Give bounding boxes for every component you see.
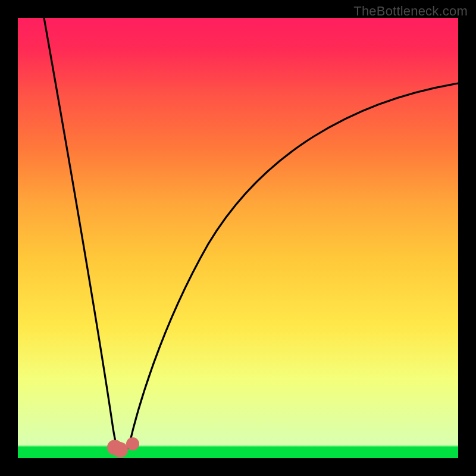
watermark-text: TheBottleneck.com xyxy=(353,4,468,19)
curve-left-branch xyxy=(44,18,117,448)
curve-right-branch xyxy=(129,83,458,448)
chart-overlay xyxy=(18,18,458,458)
marker-trough-mid xyxy=(112,442,128,458)
marker-trough-right xyxy=(126,437,139,450)
outer-frame: TheBottleneck.com xyxy=(0,0,476,476)
